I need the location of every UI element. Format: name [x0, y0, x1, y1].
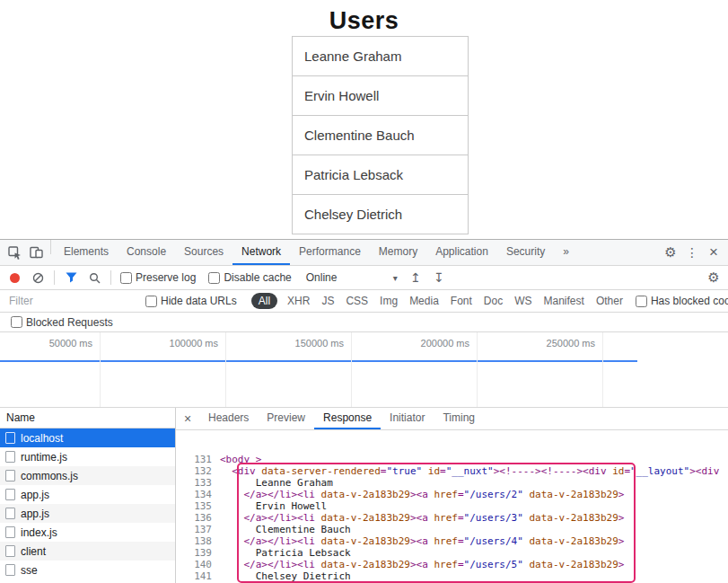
hide-data-urls-label: Hide data URLs: [161, 295, 237, 307]
code-line: 138 </a></li><li data-v-2a183b29><a href…: [176, 535, 728, 547]
timeline-label: 100000 ms: [132, 338, 218, 349]
code-line: 140 </a></li><li data-v-2a183b29><a href…: [176, 559, 728, 570]
timeline-label: 50000 ms: [6, 338, 92, 349]
response-code-viewer[interactable]: 131<body >132 <div data-server-rendered=…: [176, 430, 728, 583]
inspect-element-icon[interactable]: [4, 240, 25, 265]
filter-funnel-icon[interactable]: [60, 266, 82, 289]
tab-console[interactable]: Console: [118, 240, 175, 265]
has-blocked-cookies-checkbox[interactable]: [636, 296, 647, 307]
network-settings-gear-icon[interactable]: ⚙: [703, 266, 724, 289]
search-icon[interactable]: [83, 266, 105, 289]
devtools-tabbar: ElementsConsoleSourcesNetworkPerformance…: [0, 240, 728, 266]
filter-type-other[interactable]: Other: [594, 293, 625, 309]
filter-type-font[interactable]: Font: [449, 293, 474, 309]
line-number: 137: [176, 524, 220, 535]
response-tab-preview[interactable]: Preview: [258, 408, 314, 429]
device-toolbar-icon[interactable]: [25, 240, 47, 265]
network-request-row[interactable]: app.js: [0, 504, 175, 523]
code-line: 141 Chelsey Dietrich: [176, 570, 728, 582]
line-number: 132: [176, 465, 220, 477]
file-icon: [5, 564, 15, 576]
code-text: Leanne Graham: [220, 477, 333, 489]
network-request-row[interactable]: index.js: [0, 523, 175, 542]
tab-elements[interactable]: Elements: [55, 240, 118, 265]
filter-type-media[interactable]: Media: [408, 293, 441, 309]
network-overview-waterfall: [0, 360, 637, 362]
settings-gear-icon[interactable]: ⚙: [660, 240, 681, 265]
file-icon: [5, 470, 15, 481]
record-icon: [10, 273, 20, 283]
export-har-icon[interactable]: ↧: [428, 266, 450, 289]
tab-network[interactable]: Network: [232, 240, 290, 265]
preserve-log-label: Preserve log: [136, 271, 196, 284]
name-column-header[interactable]: Name: [0, 408, 175, 428]
filter-type-css[interactable]: CSS: [344, 293, 370, 309]
code-text: <div data-server-rendered="true" id="__n…: [220, 465, 719, 477]
filter-input[interactable]: [7, 294, 135, 308]
filter-type-ws[interactable]: WS: [513, 293, 533, 309]
devtools-panel: ElementsConsoleSourcesNetworkPerformance…: [0, 239, 728, 583]
network-filter-bar: Hide data URLs AllXHRJSCSSImgMediaFontDo…: [0, 290, 728, 313]
user-list-item[interactable]: Patricia Lebsack: [292, 155, 469, 195]
user-list-item[interactable]: Ervin Howell: [292, 75, 469, 116]
close-detail-icon[interactable]: ×: [176, 408, 199, 429]
detail-tabs: HeadersPreviewResponseInitiatorTiming: [199, 408, 484, 429]
tab-sources[interactable]: Sources: [175, 240, 232, 265]
requests-panel: Name localhostruntime.jscommons.jsapp.js…: [0, 408, 176, 583]
tab-memory[interactable]: Memory: [370, 240, 426, 265]
tool-tabs: ElementsConsoleSourcesNetworkPerformance…: [55, 240, 578, 265]
preserve-log-checkbox[interactable]: [120, 272, 132, 284]
caret-down-icon: ▾: [393, 273, 398, 283]
response-tab-timing[interactable]: Timing: [434, 408, 484, 429]
blocked-requests-group: Blocked Requests: [11, 316, 113, 329]
code-text: Chelsey Dietrich: [220, 570, 351, 582]
tab-performance[interactable]: Performance: [290, 240, 370, 265]
filter-type-img[interactable]: Img: [378, 293, 399, 309]
filter-type-xhr[interactable]: XHR: [285, 293, 311, 309]
line-number: 135: [176, 500, 220, 512]
hide-data-urls-checkbox[interactable]: [145, 296, 157, 307]
network-overview-timeline[interactable]: 50000 ms100000 ms150000 ms200000 ms25000…: [0, 332, 728, 408]
close-devtools-icon[interactable]: ×: [703, 240, 724, 265]
network-request-row[interactable]: commons.js: [0, 466, 175, 485]
user-list-item[interactable]: Leanne Graham: [292, 36, 469, 76]
response-tab-headers[interactable]: Headers: [199, 408, 258, 429]
network-request-row[interactable]: sse: [0, 561, 175, 579]
filter-type-doc[interactable]: Doc: [482, 293, 504, 309]
throttling-value: Online: [306, 271, 338, 284]
user-list-item[interactable]: Clementine Bauch: [292, 115, 469, 155]
more-tabs-button[interactable]: »: [554, 240, 578, 265]
request-detail-panel: × HeadersPreviewResponseInitiatorTiming …: [176, 408, 728, 583]
request-name: runtime.js: [21, 451, 67, 464]
code-text: </a></li><li data-v-2a183b29><a href="/u…: [220, 535, 624, 547]
timeline-gridline: [351, 332, 352, 407]
filter-type-manifest[interactable]: Manifest: [542, 293, 586, 309]
timeline-label: 250000 ms: [509, 338, 595, 349]
has-blocked-cookies-group: Has blocked cookies: [636, 295, 728, 307]
clear-network-log-icon[interactable]: [27, 266, 48, 289]
code-text: </a></li><li data-v-2a183b29><a href="/u…: [220, 489, 624, 500]
filter-type-all[interactable]: All: [251, 293, 277, 309]
network-request-row[interactable]: runtime.js: [0, 447, 175, 466]
filter-type-js[interactable]: JS: [320, 293, 336, 309]
network-request-row[interactable]: localhost: [0, 428, 175, 447]
blocked-requests-label: Blocked Requests: [26, 316, 113, 329]
tab-security[interactable]: Security: [497, 240, 554, 265]
disable-cache-checkbox[interactable]: [208, 272, 220, 284]
import-har-icon[interactable]: ↥: [405, 266, 426, 289]
blocked-requests-checkbox[interactable]: [11, 316, 22, 328]
webpage-viewport: Users Leanne GrahamErvin HowellClementin…: [0, 0, 728, 239]
network-request-row[interactable]: client: [0, 542, 175, 561]
response-tab-initiator[interactable]: Initiator: [381, 408, 434, 429]
response-tab-response[interactable]: Response: [314, 408, 381, 429]
timeline-gridline: [225, 332, 226, 407]
throttling-select[interactable]: Online ▾: [301, 271, 403, 284]
network-request-row[interactable]: app.js: [0, 485, 175, 504]
code-text: </a></li><li data-v-2a183b29><a href="/u…: [220, 559, 624, 570]
tab-application[interactable]: Application: [426, 240, 497, 265]
network-main-area: Name localhostruntime.jscommons.jsapp.js…: [0, 408, 728, 583]
record-network-log-button[interactable]: [4, 266, 25, 289]
user-list-item[interactable]: Chelsey Dietrich: [292, 194, 469, 234]
kebab-menu-icon[interactable]: ⋮: [681, 240, 703, 265]
preserve-log-group: Preserve log: [120, 271, 196, 284]
